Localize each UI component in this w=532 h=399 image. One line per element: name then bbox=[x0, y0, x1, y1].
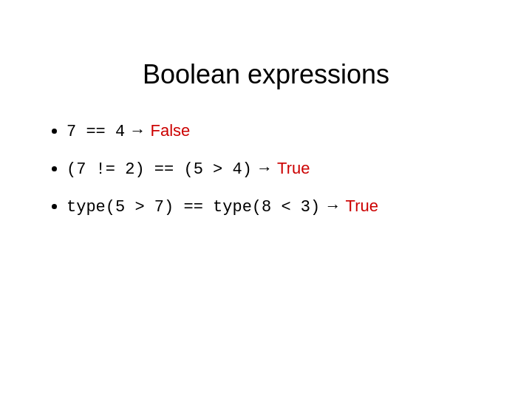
arrow-2: → bbox=[256, 159, 277, 177]
list-item: type(5 > 7) == type(8 < 3) → True bbox=[66, 195, 488, 219]
arrow-3: → bbox=[324, 197, 345, 215]
bullet-list: 7 == 4 → False (7 != 2) == (5 > 4) → Tru… bbox=[44, 120, 488, 219]
list-item: 7 == 4 → False bbox=[66, 120, 488, 144]
result-2: True bbox=[277, 159, 310, 177]
slide-title: Boolean expressions bbox=[143, 59, 389, 90]
arrow-1: → bbox=[129, 121, 150, 140]
code-expression-3: type(5 > 7) == type(8 < 3) bbox=[66, 198, 320, 216]
slide-container: Boolean expressions 7 == 4 → False (7 !=… bbox=[0, 30, 532, 399]
code-expression-1: 7 == 4 bbox=[66, 123, 125, 141]
result-1: False bbox=[150, 121, 190, 140]
code-expression-2: (7 != 2) == (5 > 4) bbox=[66, 160, 252, 179]
result-3: True bbox=[346, 197, 378, 215]
list-item: (7 != 2) == (5 > 4) → True bbox=[66, 157, 488, 182]
